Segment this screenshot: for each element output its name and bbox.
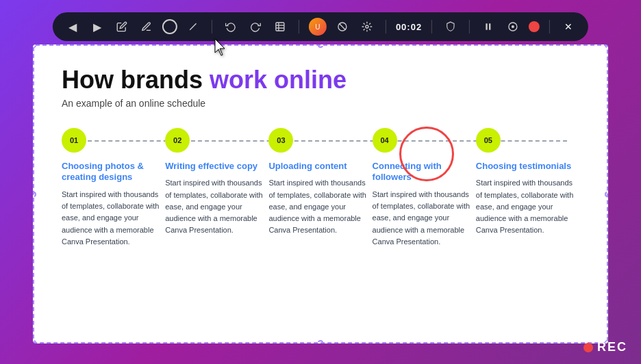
slide-title-accent: work online [210,66,347,94]
step-title-1: Choosing photos & creating designs [62,161,165,184]
divider-5 [469,20,470,34]
pause-button[interactable] [479,18,497,36]
divider-2 [299,20,299,34]
table-icon[interactable] [271,18,289,36]
step-body-2: Start inspired with thousands of templat… [165,177,268,235]
svg-line-6 [339,23,345,29]
step-number-4: 04 [373,128,397,153]
divider-4 [431,20,432,34]
step-body-4: Start inspired with thousands of templat… [373,189,476,247]
step-title-2: Writing effective copy [165,161,257,172]
svg-rect-1 [276,23,284,31]
step-number-3: 03 [268,128,293,153]
divider-1 [212,20,212,34]
close-button[interactable]: ✕ [560,18,577,36]
timeline-step-3: 03 Uploading content Start inspired with… [268,128,372,236]
block-icon[interactable] [334,18,351,36]
step-body-1: Start inspired with thousands of templat… [62,189,165,247]
slide-container: How brands work online An example of an … [33,44,608,343]
rec-badge: REC [583,340,627,354]
sparkle-icon[interactable] [358,18,376,36]
step-title-5: Choosing testimonials [476,161,571,172]
timer-display: 00:02 [396,22,422,32]
svg-rect-8 [486,23,488,29]
handle-bl[interactable] [33,340,36,343]
redo-icon[interactable] [247,18,264,36]
svg-rect-9 [489,23,490,29]
arrow-right-icon[interactable]: ▶ [88,18,106,36]
circle-icon[interactable] [162,19,177,34]
handle-tr[interactable] [605,44,608,48]
slide-title: How brands work online [62,66,579,94]
monitor-icon[interactable] [504,18,522,36]
divider-6 [549,20,550,34]
handle-rm[interactable] [605,192,608,197]
timeline-step-4: 04 Connecting with followers Start inspi… [373,128,476,248]
rec-dot [583,343,593,352]
timeline-step-1: 01 Choosing photos & creating designs St… [62,128,165,248]
pencil-icon[interactable] [138,18,155,36]
timeline: 01 Choosing photos & creating designs St… [62,128,579,248]
slide-subtitle: An example of an online schedule [62,98,579,109]
shield-icon[interactable] [442,18,460,36]
rec-label: REC [597,340,627,354]
handle-lm[interactable] [33,192,36,197]
arrow-left-icon[interactable]: ◀ [64,18,81,36]
pen-icon[interactable] [113,18,131,36]
svg-point-11 [512,25,514,28]
line-icon[interactable] [184,18,202,36]
slide-title-plain: How brands [62,66,210,94]
step-body-3: Start inspired with thousands of templat… [268,177,372,235]
svg-line-0 [190,23,196,29]
step-title-3: Uploading content [268,161,347,172]
user-avatar: U [309,18,327,36]
toolbar: ◀ ▶ U 00:02 [53,12,588,41]
step-title-4: Connecting with followers [373,161,476,184]
undo-icon[interactable] [222,18,240,36]
step-number-5: 05 [476,128,501,153]
record-button[interactable] [529,21,540,32]
handle-tm[interactable] [318,44,323,48]
timeline-step-2: 02 Writing effective copy Start inspired… [165,128,268,236]
svg-point-7 [366,25,368,28]
step-body-5: Start inspired with thousands of templat… [476,177,579,235]
timeline-step-5: 05 Choosing testimonials Start inspired … [476,128,579,236]
divider-3 [386,20,386,34]
handle-bm[interactable] [318,340,323,343]
step-number-1: 01 [62,128,86,153]
handle-tl[interactable] [33,44,36,48]
step-number-2: 02 [165,128,190,153]
